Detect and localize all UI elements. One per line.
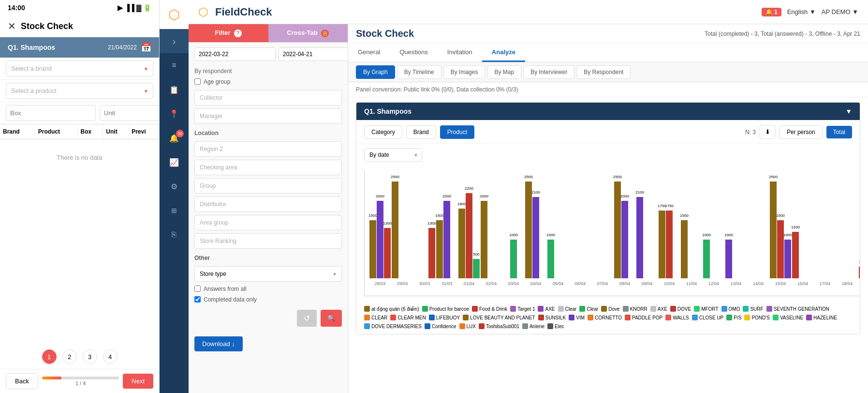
legend-color — [579, 306, 585, 312]
bar: 2500 — [614, 181, 621, 278]
bar-group: 100013/04 — [725, 240, 747, 286]
legend-color — [625, 315, 631, 320]
area-group-field[interactable]: Area group — [194, 215, 342, 230]
page-btn-2[interactable]: 2 — [62, 349, 77, 364]
fieldcheck-logo-icon: ⬡ — [168, 7, 180, 23]
sub-tab-by-images[interactable]: By Images — [443, 65, 485, 79]
sidebar-item-location[interactable]: 📍 — [160, 102, 189, 126]
legend-color — [479, 323, 485, 329]
pagination: 1 2 3 4 — [0, 345, 159, 369]
page-btn-3[interactable]: 3 — [83, 349, 97, 364]
bar-value-label: 1500 — [435, 213, 444, 218]
close-icon[interactable]: ✕ — [8, 20, 16, 32]
answers-from-all-checkbox[interactable] — [194, 286, 201, 292]
bar-group: 100005/04 — [547, 240, 569, 286]
sub-tab-by-interviewer[interactable]: By Interviewer — [523, 65, 574, 79]
sidebar-item-settings[interactable]: ⚙ — [160, 174, 189, 198]
user-menu-button[interactable]: AP DEMO ▼ — [822, 8, 858, 15]
product-button[interactable]: Product — [440, 125, 474, 139]
bar-value-label: 1000 — [509, 233, 518, 237]
per-person-button[interactable]: Per person — [780, 125, 823, 139]
sub-tab-by-respondent[interactable]: By Respondent — [576, 65, 631, 79]
date-to-input[interactable] — [279, 47, 348, 61]
mobile-header-title: Stock Check — [21, 21, 73, 31]
legend-label: HAZELINE — [813, 315, 837, 320]
legend-item: WALLS — [665, 315, 689, 320]
language-button[interactable]: English ▼ — [787, 8, 816, 15]
filter-search-button[interactable]: 🔍 — [321, 310, 342, 327]
store-ranking-field[interactable]: Store Ranking — [194, 233, 342, 249]
q-collapse-icon[interactable]: ▼ — [845, 107, 852, 115]
tab-analyze[interactable]: Analyze — [482, 44, 525, 62]
legend-color — [694, 306, 700, 312]
date-from-input[interactable] — [194, 47, 276, 61]
bar-cols: 15002000 — [436, 201, 457, 278]
sub-tab-by-graph[interactable]: By Graph — [356, 65, 395, 79]
bar-cols: 1300 — [414, 228, 435, 278]
category-button[interactable]: Category — [364, 125, 402, 139]
manager-field[interactable]: Manager — [194, 108, 342, 124]
page-btn-1[interactable]: 1 — [42, 349, 57, 364]
report-icon: 📋 — [169, 85, 179, 94]
bar-group-label: 09/04 — [642, 281, 653, 286]
brand-button[interactable]: Brand — [406, 125, 436, 139]
sidebar-item-trending[interactable]: 📈 — [160, 150, 189, 174]
date-filter-select[interactable]: By date — [364, 148, 422, 162]
bar-value-label: 2500 — [524, 175, 533, 179]
legend-label: VASELINE — [780, 315, 803, 320]
tab-questions[interactable]: Questions — [390, 44, 438, 62]
total-button[interactable]: Total — [826, 126, 852, 138]
bar-cols: 300 — [859, 267, 860, 278]
legend-item: SEVENTH GENERATION — [766, 306, 829, 312]
back-button[interactable]: Back — [6, 373, 38, 389]
filter-tabs: Filter ? Cross-Tab 🔒 — [189, 24, 348, 43]
bar-cols: 2100 — [636, 197, 658, 278]
filter-tab[interactable]: Filter ? — [189, 24, 268, 42]
legend-item: SURF — [743, 306, 763, 312]
tab-invitation[interactable]: Invitation — [438, 44, 482, 62]
filter-panel: Filter ? Cross-Tab 🔒 By respondent Age g… — [189, 24, 348, 393]
legend-label: CLEAR MEN — [397, 315, 426, 320]
group-field[interactable]: Group — [194, 178, 342, 194]
box-input[interactable] — [6, 105, 96, 121]
next-button[interactable]: Next — [123, 374, 153, 389]
sidebar-item-copy[interactable]: ⎘ — [160, 223, 189, 247]
sub-tabs: By Graph By Timeline By Images By Map By… — [348, 62, 868, 82]
product-select[interactable]: Select a product — [6, 83, 153, 99]
region-field[interactable]: Region 2 — [194, 141, 342, 157]
bar-group: 150011/04 — [681, 220, 702, 286]
sidebar-item-menu[interactable]: › — [160, 29, 189, 53]
legend-label: VIM — [576, 315, 585, 320]
store-type-wrap: Store type — [194, 266, 342, 282]
sidebar-item-report[interactable]: 📋 — [160, 77, 189, 102]
progress-bar — [42, 377, 119, 379]
page-btn-4[interactable]: 4 — [103, 349, 118, 364]
bar: 2200 — [466, 193, 472, 278]
tab-general[interactable]: General — [348, 44, 390, 62]
checking-area-field[interactable]: Checking area — [194, 160, 342, 175]
table-icon: ⊞ — [171, 207, 177, 214]
sidebar-item-table[interactable]: ⊞ — [160, 198, 189, 223]
collector-field[interactable]: Collector — [194, 90, 342, 106]
notif-badge[interactable]: 🔔 1 — [762, 8, 781, 16]
completed-only-checkbox[interactable] — [194, 296, 201, 302]
legend-item: LUX — [459, 323, 476, 329]
sub-tab-by-map[interactable]: By Map — [487, 65, 521, 79]
filter-clear-button[interactable]: ↺ — [297, 310, 317, 327]
chart-download-button[interactable]: ⬇ — [760, 125, 776, 139]
distributor-field[interactable]: Distributor — [194, 196, 342, 212]
age-group-checkbox[interactable] — [194, 78, 201, 85]
store-type-select[interactable]: Store type — [194, 266, 342, 282]
bar-value-label: 1000 — [724, 233, 733, 237]
legend-label: POND'S — [751, 315, 769, 320]
sidebar-item-list[interactable]: ≡ — [160, 53, 189, 77]
bar-value-label: 1200 — [791, 225, 800, 229]
sidebar-item-bell[interactable]: 🔔 30 — [160, 126, 189, 150]
sub-tab-by-timeline[interactable]: By Timeline — [397, 65, 441, 79]
calendar-icon[interactable]: 📅 — [141, 42, 151, 53]
download-button[interactable]: Download ↓ — [194, 336, 243, 351]
unit-input[interactable] — [100, 105, 160, 121]
cross-tab[interactable]: Cross-Tab 🔒 — [268, 24, 348, 42]
legend-color — [510, 306, 516, 312]
brand-select[interactable]: Select a brand — [6, 60, 153, 76]
